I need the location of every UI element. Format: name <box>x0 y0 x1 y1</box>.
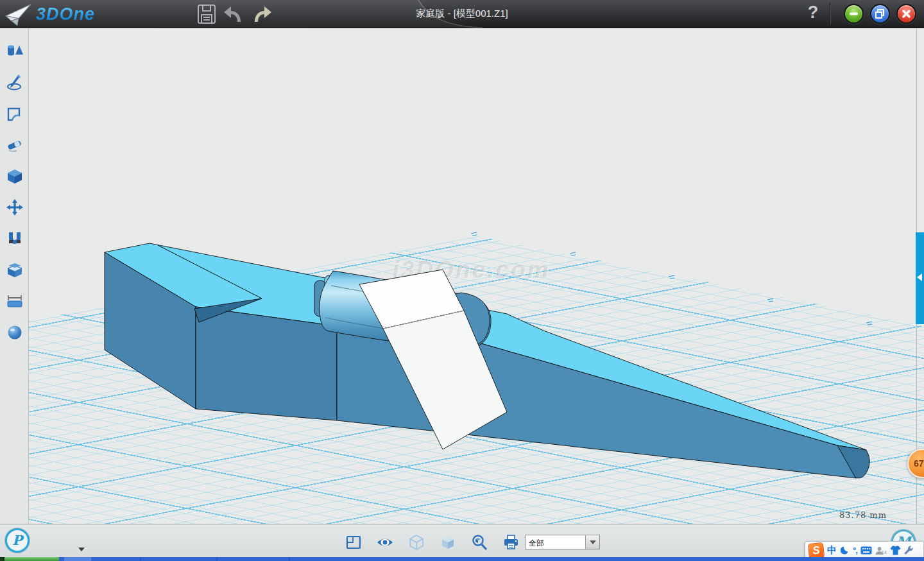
wrench-icon <box>904 546 914 555</box>
solid-edit-cube-icon <box>6 168 24 186</box>
material-tool[interactable] <box>6 324 24 341</box>
zoom-search-icon <box>471 534 488 551</box>
chevron-left-icon <box>917 273 922 281</box>
primitives-tool[interactable] <box>6 42 24 60</box>
skin-tshirt-icon <box>890 546 901 555</box>
paper-plane-icon <box>4 2 33 26</box>
visibility-button[interactable] <box>375 534 395 552</box>
minimize-button[interactable] <box>844 4 864 24</box>
sweep-feature-tool[interactable] <box>6 136 24 154</box>
combine-tool[interactable] <box>6 261 24 279</box>
soft-keyboard-button[interactable] <box>860 546 872 555</box>
profile-dropdown-caret[interactable] <box>78 548 85 551</box>
user-level: 14 <box>882 550 887 555</box>
titlebar-separator <box>830 3 830 24</box>
measure-ruler-icon <box>6 292 24 310</box>
moon-icon <box>840 546 850 555</box>
close-button[interactable] <box>896 4 916 24</box>
print-icon <box>502 534 520 551</box>
redo-arrow-icon <box>250 4 272 24</box>
display-filter-value: 全部 <box>529 538 544 549</box>
panel-collapse-tab[interactable] <box>916 232 924 324</box>
shaded-display-button[interactable] <box>438 534 458 552</box>
primitives-icon <box>6 42 24 60</box>
ime-skin-button[interactable] <box>890 546 901 555</box>
sketch-draw-icon <box>6 73 24 91</box>
material-sphere-icon <box>6 324 24 341</box>
taskbar-task-sliver[interactable] <box>64 557 91 561</box>
taskbar-sliver[interactable] <box>0 557 924 561</box>
display-filter-dropdown[interactable]: 全部 <box>525 535 600 549</box>
profile-badge[interactable]: P <box>5 528 30 553</box>
combine-box-icon <box>6 261 24 279</box>
titlebar: 3DOne 家庭版 - [模型001.Z1] ? <box>0 0 924 28</box>
maximize-button[interactable] <box>870 4 890 24</box>
viewport-layout-button[interactable] <box>344 534 363 552</box>
ime-language-toggle[interactable]: 中 <box>827 544 837 557</box>
ime-fullhalf-toggle[interactable] <box>840 546 850 555</box>
wireframe-display-icon <box>408 534 425 551</box>
undo-button[interactable] <box>223 4 244 24</box>
constraint-tool[interactable] <box>6 230 24 248</box>
save-button[interactable] <box>196 4 217 24</box>
shaded-display-icon <box>440 534 456 551</box>
viewport-canvas[interactable]: i3DOne.com <box>0 28 924 524</box>
3done-window: i3DOne.com <box>0 0 924 561</box>
redo-button[interactable] <box>250 4 271 24</box>
viewport-icon <box>345 535 362 550</box>
sketch-draw-tool[interactable] <box>6 73 24 91</box>
help-button[interactable]: ? <box>803 3 823 24</box>
visibility-eye-icon <box>376 535 394 550</box>
window-title: 家庭版 - [模型001.Z1] <box>416 8 508 20</box>
save-floppy-icon <box>197 4 216 24</box>
minimize-icon <box>845 5 862 22</box>
move-tool[interactable] <box>6 198 24 216</box>
close-x-icon <box>898 5 915 22</box>
hull-front-face-1 <box>196 307 337 420</box>
restore-windows-icon <box>871 5 889 22</box>
chevron-down-icon[interactable] <box>585 535 599 549</box>
ime-settings-button[interactable] <box>904 546 914 555</box>
punctuation-icon[interactable]: °, <box>853 546 857 555</box>
sweep-feature-icon <box>6 136 24 154</box>
magnet-constraint-icon <box>6 230 24 248</box>
sketch-edit-tool[interactable] <box>6 105 24 123</box>
app-logo-text: 3DOne <box>36 4 95 24</box>
taskbar-start-sliver[interactable] <box>4 557 59 561</box>
wireframe-display-button[interactable] <box>407 534 426 552</box>
ime-account-button[interactable]: 14 <box>875 546 887 555</box>
measure-tool[interactable] <box>6 292 24 310</box>
zoom-button[interactable] <box>470 534 489 552</box>
app-logo: 3DOne <box>4 1 95 27</box>
sogou-logo[interactable]: S <box>808 542 825 558</box>
undo-arrow-icon <box>223 4 245 24</box>
keyboard-icon <box>860 546 872 555</box>
print-button[interactable] <box>501 534 520 552</box>
sketch-edit-icon <box>6 105 24 123</box>
solid-edit-tool[interactable] <box>6 168 24 186</box>
left-toolbar <box>0 28 29 524</box>
statusbar: P <box>0 524 924 557</box>
move-arrows-icon <box>6 198 24 216</box>
view-controls <box>344 534 533 552</box>
scale-label: 83.78 mm <box>821 510 905 520</box>
